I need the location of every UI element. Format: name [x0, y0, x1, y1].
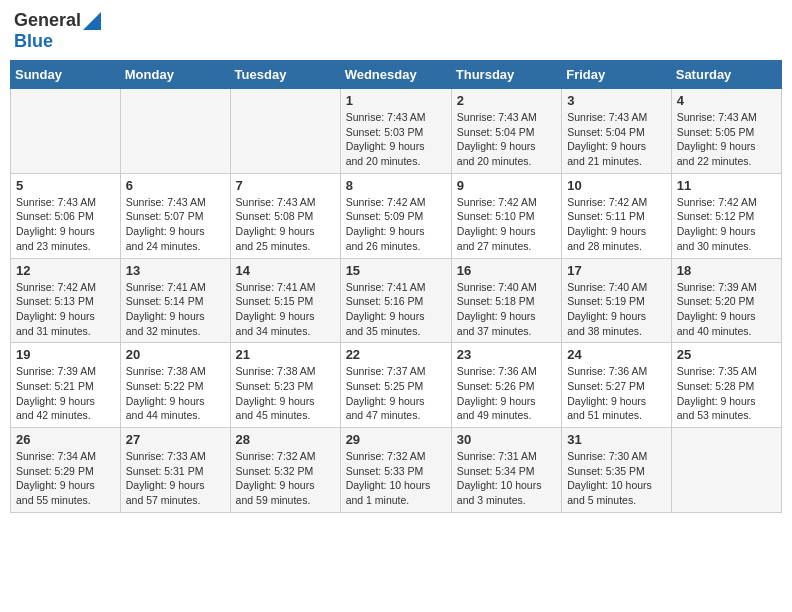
- calendar-cell: 4Sunrise: 7:43 AM Sunset: 5:05 PM Daylig…: [671, 89, 781, 174]
- calendar-cell: 3Sunrise: 7:43 AM Sunset: 5:04 PM Daylig…: [562, 89, 672, 174]
- day-number: 13: [126, 263, 225, 278]
- day-number: 2: [457, 93, 556, 108]
- day-info: Sunrise: 7:43 AM Sunset: 5:04 PM Dayligh…: [567, 110, 666, 169]
- calendar-header-row: SundayMondayTuesdayWednesdayThursdayFrid…: [11, 61, 782, 89]
- day-number: 4: [677, 93, 776, 108]
- day-number: 15: [346, 263, 446, 278]
- calendar-cell: 12Sunrise: 7:42 AM Sunset: 5:13 PM Dayli…: [11, 258, 121, 343]
- day-info: Sunrise: 7:32 AM Sunset: 5:32 PM Dayligh…: [236, 449, 335, 508]
- calendar-cell: 2Sunrise: 7:43 AM Sunset: 5:04 PM Daylig…: [451, 89, 561, 174]
- calendar-cell: 13Sunrise: 7:41 AM Sunset: 5:14 PM Dayli…: [120, 258, 230, 343]
- day-info: Sunrise: 7:39 AM Sunset: 5:21 PM Dayligh…: [16, 364, 115, 423]
- day-info: Sunrise: 7:37 AM Sunset: 5:25 PM Dayligh…: [346, 364, 446, 423]
- calendar-cell: 15Sunrise: 7:41 AM Sunset: 5:16 PM Dayli…: [340, 258, 451, 343]
- logo-general-text: General: [14, 10, 81, 31]
- day-info: Sunrise: 7:41 AM Sunset: 5:16 PM Dayligh…: [346, 280, 446, 339]
- calendar-cell: 22Sunrise: 7:37 AM Sunset: 5:25 PM Dayli…: [340, 343, 451, 428]
- day-info: Sunrise: 7:43 AM Sunset: 5:07 PM Dayligh…: [126, 195, 225, 254]
- page-header: General Blue: [10, 10, 782, 52]
- day-info: Sunrise: 7:40 AM Sunset: 5:19 PM Dayligh…: [567, 280, 666, 339]
- calendar-cell: 24Sunrise: 7:36 AM Sunset: 5:27 PM Dayli…: [562, 343, 672, 428]
- day-number: 17: [567, 263, 666, 278]
- calendar-cell: 26Sunrise: 7:34 AM Sunset: 5:29 PM Dayli…: [11, 428, 121, 513]
- day-number: 22: [346, 347, 446, 362]
- day-info: Sunrise: 7:35 AM Sunset: 5:28 PM Dayligh…: [677, 364, 776, 423]
- day-number: 5: [16, 178, 115, 193]
- day-number: 11: [677, 178, 776, 193]
- day-number: 1: [346, 93, 446, 108]
- day-number: 7: [236, 178, 335, 193]
- day-info: Sunrise: 7:43 AM Sunset: 5:04 PM Dayligh…: [457, 110, 556, 169]
- day-info: Sunrise: 7:42 AM Sunset: 5:11 PM Dayligh…: [567, 195, 666, 254]
- calendar-cell: 7Sunrise: 7:43 AM Sunset: 5:08 PM Daylig…: [230, 173, 340, 258]
- calendar-week-row: 1Sunrise: 7:43 AM Sunset: 5:03 PM Daylig…: [11, 89, 782, 174]
- day-info: Sunrise: 7:41 AM Sunset: 5:14 PM Dayligh…: [126, 280, 225, 339]
- day-number: 9: [457, 178, 556, 193]
- calendar-cell: 16Sunrise: 7:40 AM Sunset: 5:18 PM Dayli…: [451, 258, 561, 343]
- calendar-cell: 20Sunrise: 7:38 AM Sunset: 5:22 PM Dayli…: [120, 343, 230, 428]
- logo: General Blue: [14, 10, 101, 52]
- day-number: 29: [346, 432, 446, 447]
- calendar-cell: 10Sunrise: 7:42 AM Sunset: 5:11 PM Dayli…: [562, 173, 672, 258]
- day-number: 21: [236, 347, 335, 362]
- day-number: 19: [16, 347, 115, 362]
- day-info: Sunrise: 7:34 AM Sunset: 5:29 PM Dayligh…: [16, 449, 115, 508]
- calendar-cell: [671, 428, 781, 513]
- day-number: 20: [126, 347, 225, 362]
- calendar-cell: 17Sunrise: 7:40 AM Sunset: 5:19 PM Dayli…: [562, 258, 672, 343]
- calendar-cell: 29Sunrise: 7:32 AM Sunset: 5:33 PM Dayli…: [340, 428, 451, 513]
- calendar-cell: 8Sunrise: 7:42 AM Sunset: 5:09 PM Daylig…: [340, 173, 451, 258]
- day-info: Sunrise: 7:40 AM Sunset: 5:18 PM Dayligh…: [457, 280, 556, 339]
- svg-marker-0: [83, 12, 101, 30]
- weekday-header-sunday: Sunday: [11, 61, 121, 89]
- day-number: 27: [126, 432, 225, 447]
- day-number: 16: [457, 263, 556, 278]
- day-number: 8: [346, 178, 446, 193]
- weekday-header-friday: Friday: [562, 61, 672, 89]
- calendar-cell: 28Sunrise: 7:32 AM Sunset: 5:32 PM Dayli…: [230, 428, 340, 513]
- calendar-cell: 6Sunrise: 7:43 AM Sunset: 5:07 PM Daylig…: [120, 173, 230, 258]
- day-number: 23: [457, 347, 556, 362]
- day-info: Sunrise: 7:42 AM Sunset: 5:10 PM Dayligh…: [457, 195, 556, 254]
- calendar-cell: [230, 89, 340, 174]
- logo-blue-text: Blue: [14, 31, 53, 52]
- weekday-header-tuesday: Tuesday: [230, 61, 340, 89]
- calendar-cell: 11Sunrise: 7:42 AM Sunset: 5:12 PM Dayli…: [671, 173, 781, 258]
- weekday-header-saturday: Saturday: [671, 61, 781, 89]
- calendar-cell: 14Sunrise: 7:41 AM Sunset: 5:15 PM Dayli…: [230, 258, 340, 343]
- calendar-cell: 1Sunrise: 7:43 AM Sunset: 5:03 PM Daylig…: [340, 89, 451, 174]
- day-info: Sunrise: 7:30 AM Sunset: 5:35 PM Dayligh…: [567, 449, 666, 508]
- day-info: Sunrise: 7:36 AM Sunset: 5:26 PM Dayligh…: [457, 364, 556, 423]
- day-info: Sunrise: 7:42 AM Sunset: 5:13 PM Dayligh…: [16, 280, 115, 339]
- calendar-cell: 25Sunrise: 7:35 AM Sunset: 5:28 PM Dayli…: [671, 343, 781, 428]
- day-info: Sunrise: 7:33 AM Sunset: 5:31 PM Dayligh…: [126, 449, 225, 508]
- day-number: 14: [236, 263, 335, 278]
- day-info: Sunrise: 7:41 AM Sunset: 5:15 PM Dayligh…: [236, 280, 335, 339]
- calendar-cell: 31Sunrise: 7:30 AM Sunset: 5:35 PM Dayli…: [562, 428, 672, 513]
- day-number: 6: [126, 178, 225, 193]
- calendar-cell: 18Sunrise: 7:39 AM Sunset: 5:20 PM Dayli…: [671, 258, 781, 343]
- calendar-cell: 23Sunrise: 7:36 AM Sunset: 5:26 PM Dayli…: [451, 343, 561, 428]
- day-info: Sunrise: 7:36 AM Sunset: 5:27 PM Dayligh…: [567, 364, 666, 423]
- day-info: Sunrise: 7:43 AM Sunset: 5:08 PM Dayligh…: [236, 195, 335, 254]
- weekday-header-monday: Monday: [120, 61, 230, 89]
- calendar-cell: 30Sunrise: 7:31 AM Sunset: 5:34 PM Dayli…: [451, 428, 561, 513]
- calendar-cell: [120, 89, 230, 174]
- day-number: 26: [16, 432, 115, 447]
- day-number: 25: [677, 347, 776, 362]
- day-number: 24: [567, 347, 666, 362]
- calendar-cell: 21Sunrise: 7:38 AM Sunset: 5:23 PM Dayli…: [230, 343, 340, 428]
- day-info: Sunrise: 7:39 AM Sunset: 5:20 PM Dayligh…: [677, 280, 776, 339]
- day-number: 28: [236, 432, 335, 447]
- day-number: 3: [567, 93, 666, 108]
- day-info: Sunrise: 7:43 AM Sunset: 5:05 PM Dayligh…: [677, 110, 776, 169]
- calendar-week-row: 26Sunrise: 7:34 AM Sunset: 5:29 PM Dayli…: [11, 428, 782, 513]
- calendar-week-row: 19Sunrise: 7:39 AM Sunset: 5:21 PM Dayli…: [11, 343, 782, 428]
- calendar-cell: [11, 89, 121, 174]
- day-number: 30: [457, 432, 556, 447]
- day-info: Sunrise: 7:31 AM Sunset: 5:34 PM Dayligh…: [457, 449, 556, 508]
- calendar-week-row: 5Sunrise: 7:43 AM Sunset: 5:06 PM Daylig…: [11, 173, 782, 258]
- logo-triangle-icon: [83, 12, 101, 30]
- day-info: Sunrise: 7:42 AM Sunset: 5:09 PM Dayligh…: [346, 195, 446, 254]
- calendar-cell: 27Sunrise: 7:33 AM Sunset: 5:31 PM Dayli…: [120, 428, 230, 513]
